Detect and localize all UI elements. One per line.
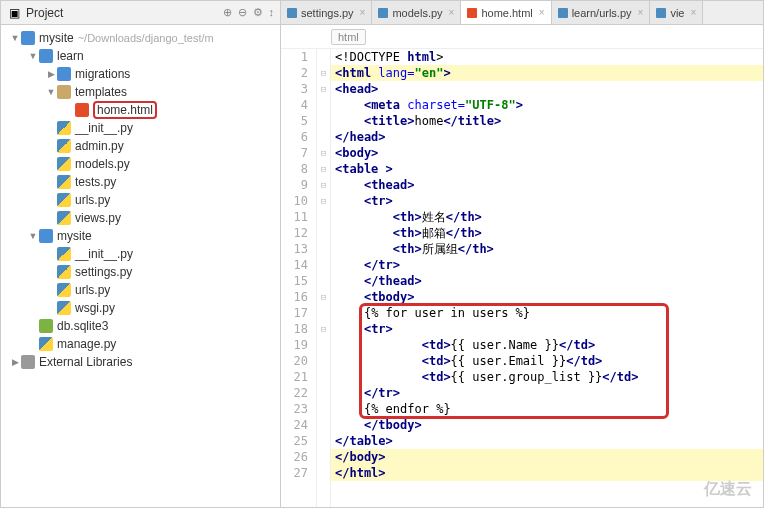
fold-column[interactable]: ⊟⊟⊟⊟⊟⊟⊟⊟ — [317, 49, 331, 507]
tree-label: __init__.py — [75, 247, 133, 261]
code-line-18[interactable]: <tr> — [331, 321, 763, 337]
hide-icon[interactable]: ↕ — [269, 6, 275, 19]
close-icon[interactable]: × — [539, 7, 545, 18]
tree-label: urls.py — [75, 193, 110, 207]
file-icon — [57, 265, 71, 279]
arrow-icon[interactable]: ▼ — [9, 33, 21, 43]
expand-icon[interactable]: ⊖ — [238, 6, 247, 19]
code-line-1[interactable]: <!DOCTYPE html> — [331, 49, 763, 65]
code-line-8[interactable]: <table > — [331, 161, 763, 177]
code-content[interactable]: <!DOCTYPE html><html lang="en"><head> <m… — [331, 49, 763, 507]
tab-vie[interactable]: vie× — [650, 1, 703, 24]
code-line-13[interactable]: <th>所属组</th> — [331, 241, 763, 257]
tree-item-mysite[interactable]: ▼mysite~/Downloads/django_test/m — [1, 29, 280, 47]
code-line-12[interactable]: <th>邮箱</th> — [331, 225, 763, 241]
code-line-5[interactable]: <title>home</title> — [331, 113, 763, 129]
tree-item-wsgi-py[interactable]: wsgi.py — [1, 299, 280, 317]
code-line-17[interactable]: {% for user in users %} — [331, 305, 763, 321]
code-line-21[interactable]: <td>{{ user.group_list }}</td> — [331, 369, 763, 385]
collapse-icon[interactable]: ⊕ — [223, 6, 232, 19]
code-line-7[interactable]: <body> — [331, 145, 763, 161]
tab-models-py[interactable]: models.py× — [372, 1, 461, 24]
tree-item-db-sqlite3[interactable]: db.sqlite3 — [1, 317, 280, 335]
tree-item-admin-py[interactable]: admin.py — [1, 137, 280, 155]
tree-label: admin.py — [75, 139, 124, 153]
close-icon[interactable]: × — [360, 7, 366, 18]
tree-item-home-html[interactable]: home.html — [1, 101, 280, 119]
tree-item-templates[interactable]: ▼templates — [1, 83, 280, 101]
arrow-icon[interactable]: ▼ — [27, 231, 39, 241]
tree-item-mysite[interactable]: ▼mysite — [1, 227, 280, 245]
close-icon[interactable]: × — [690, 7, 696, 18]
code-line-10[interactable]: <tr> — [331, 193, 763, 209]
code-line-4[interactable]: <meta charset="UTF-8"> — [331, 97, 763, 113]
tab-label: settings.py — [301, 7, 354, 19]
arrow-icon[interactable]: ▼ — [45, 87, 57, 97]
tree-label: wsgi.py — [75, 301, 115, 315]
code-line-25[interactable]: </table> — [331, 433, 763, 449]
code-line-6[interactable]: </head> — [331, 129, 763, 145]
code-line-26[interactable]: </body> — [331, 449, 763, 465]
tree-item---init---py[interactable]: __init__.py — [1, 245, 280, 263]
close-icon[interactable]: × — [449, 7, 455, 18]
tree-label: views.py — [75, 211, 121, 225]
file-icon — [57, 175, 71, 189]
project-tree[interactable]: ▼mysite~/Downloads/django_test/m▼learn▶m… — [1, 25, 281, 507]
file-icon — [57, 283, 71, 297]
code-line-3[interactable]: <head> — [331, 81, 763, 97]
file-icon — [39, 229, 53, 243]
arrow-icon[interactable]: ▶ — [45, 69, 57, 79]
file-icon — [39, 49, 53, 63]
code-line-14[interactable]: </tr> — [331, 257, 763, 273]
breadcrumb[interactable]: html — [281, 25, 763, 49]
file-icon — [467, 8, 477, 18]
arrow-icon[interactable]: ▶ — [9, 357, 21, 367]
project-icon: ▣ — [9, 6, 20, 20]
code-line-15[interactable]: </thead> — [331, 273, 763, 289]
tree-item-models-py[interactable]: models.py — [1, 155, 280, 173]
code-line-9[interactable]: <thead> — [331, 177, 763, 193]
tree-item-urls-py[interactable]: urls.py — [1, 191, 280, 209]
tree-item-views-py[interactable]: views.py — [1, 209, 280, 227]
file-icon — [558, 8, 568, 18]
code-line-20[interactable]: <td>{{ user.Email }}</td> — [331, 353, 763, 369]
editor-tabs: settings.py×models.py×home.html×learn/ur… — [281, 1, 763, 24]
file-icon — [21, 355, 35, 369]
tree-item-External Libraries[interactable]: ▶External Libraries — [1, 353, 280, 371]
tree-item-settings-py[interactable]: settings.py — [1, 263, 280, 281]
code-line-22[interactable]: </tr> — [331, 385, 763, 401]
code-line-16[interactable]: <tbody> — [331, 289, 763, 305]
tree-item-migrations[interactable]: ▶migrations — [1, 65, 280, 83]
tree-item-learn[interactable]: ▼learn — [1, 47, 280, 65]
code-area[interactable]: 1234567891011121314151617181920212223242… — [281, 49, 763, 507]
breadcrumb-tag[interactable]: html — [331, 29, 366, 45]
tree-item-urls-py[interactable]: urls.py — [1, 281, 280, 299]
close-icon[interactable]: × — [638, 7, 644, 18]
tree-label: settings.py — [75, 265, 132, 279]
file-icon — [378, 8, 388, 18]
tab-home-html[interactable]: home.html× — [461, 1, 551, 24]
project-panel-header[interactable]: ▣ Project ⊕ ⊖ ⚙ ↕ — [1, 1, 281, 24]
tree-label: External Libraries — [39, 355, 132, 369]
tree-item-manage-py[interactable]: manage.py — [1, 335, 280, 353]
project-header-icons[interactable]: ⊕ ⊖ ⚙ ↕ — [223, 6, 281, 19]
file-icon — [57, 139, 71, 153]
tree-item-tests-py[interactable]: tests.py — [1, 173, 280, 191]
code-line-2[interactable]: <html lang="en"> — [331, 65, 763, 81]
tab-label: vie — [670, 7, 684, 19]
code-line-24[interactable]: </tbody> — [331, 417, 763, 433]
code-line-27[interactable]: </html> — [331, 465, 763, 481]
file-icon — [39, 319, 53, 333]
tab-learn-urls-py[interactable]: learn/urls.py× — [552, 1, 651, 24]
arrow-icon[interactable]: ▼ — [27, 51, 39, 61]
watermark: 亿速云 — [704, 479, 752, 500]
tree-item---init---py[interactable]: __init__.py — [1, 119, 280, 137]
code-line-11[interactable]: <th>姓名</th> — [331, 209, 763, 225]
tree-label: manage.py — [57, 337, 116, 351]
file-icon — [57, 193, 71, 207]
tab-settings-py[interactable]: settings.py× — [281, 1, 372, 24]
code-line-23[interactable]: {% endfor %} — [331, 401, 763, 417]
tab-label: home.html — [481, 7, 532, 19]
code-line-19[interactable]: <td>{{ user.Name }}</td> — [331, 337, 763, 353]
gear-icon[interactable]: ⚙ — [253, 6, 263, 19]
